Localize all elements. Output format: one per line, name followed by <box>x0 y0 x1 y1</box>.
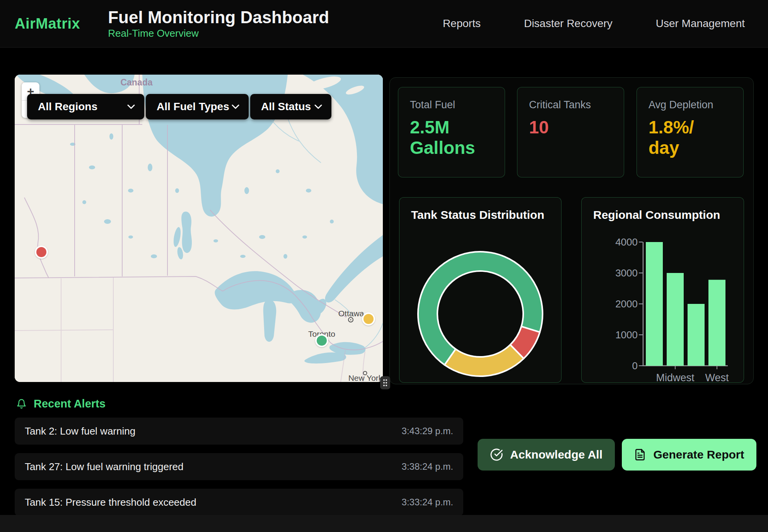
alert-message: Tank 27: Low fuel warning triggered <box>25 461 183 473</box>
x-tick-label: West <box>705 372 729 383</box>
tank-marker-warning[interactable] <box>362 312 375 326</box>
y-tick-label: 4000 <box>615 236 638 248</box>
map-label-country: Canada <box>120 77 152 87</box>
tank-marker-normal[interactable] <box>315 334 328 347</box>
stat-value: 10 <box>529 117 612 138</box>
header-bar: AirMatrix Fuel Monitoring Dashboard Real… <box>0 0 768 48</box>
stat-card-critical-tanks: Critical Tanks 10 <box>517 87 624 177</box>
regional-consumption-bar-chart: 01000200030004000MidwestWest <box>582 232 744 383</box>
y-tick-label: 0 <box>632 360 638 372</box>
alert-row[interactable]: Tank 27: Low fuel warning triggered3:38:… <box>15 453 463 480</box>
alert-message: Tank 2: Low fuel warning <box>25 425 135 437</box>
map-canvas[interactable]: Canada Ottawa Toronto New York <box>15 75 383 382</box>
map-filters: All Regions All Fuel Types All Status <box>27 94 331 119</box>
nav-item-user-management[interactable]: User Management <box>656 17 745 30</box>
bar-series-2 <box>688 304 705 366</box>
map-label-ottawa: Ottawa <box>338 309 364 318</box>
bar-series-0 <box>646 242 663 366</box>
tank-status-chart-card: Tank Status Distribution <box>399 197 561 383</box>
alerts-header: Recent Alerts <box>16 397 106 410</box>
chevron-down-icon <box>232 104 239 109</box>
main-nav: Reports Disaster Recovery User Managemen… <box>443 17 745 30</box>
status-filter-value: All Status <box>261 101 311 113</box>
bar-Midwest <box>667 273 684 366</box>
check-circle-icon <box>490 448 503 461</box>
y-tick-label: 2000 <box>615 298 638 310</box>
status-filter-dropdown[interactable]: All Status <box>250 94 331 119</box>
fuel-type-filter-dropdown[interactable]: All Fuel Types <box>146 94 249 119</box>
y-tick-label: 3000 <box>615 267 638 279</box>
donut-segment-warning <box>445 345 524 376</box>
file-text-icon <box>634 448 646 461</box>
title-block: Fuel Monitoring Dashboard Real-Time Over… <box>108 9 329 38</box>
chevron-down-icon <box>314 104 322 109</box>
brand-logo: AirMatrix <box>15 15 80 32</box>
y-tick-label: 1000 <box>615 329 638 341</box>
dashboard-page: AirMatrix Fuel Monitoring Dashboard Real… <box>0 0 768 532</box>
alert-timestamp: 3:38:24 p.m. <box>402 461 453 472</box>
page-subtitle: Real-Time Overview <box>108 28 329 38</box>
grip-dots-icon <box>382 379 388 387</box>
alert-row[interactable]: Tank 2: Low fuel warning3:43:29 p.m. <box>15 418 463 445</box>
nav-item-disaster-recovery[interactable]: Disaster Recovery <box>524 17 613 30</box>
alert-row[interactable]: Tank 15: Pressure threshold exceeded3:33… <box>15 489 463 516</box>
fuel-type-filter-value: All Fuel Types <box>157 101 229 113</box>
alert-message: Tank 15: Pressure threshold exceeded <box>25 496 196 508</box>
footer-strip <box>0 515 768 532</box>
stat-label: Total Fuel <box>410 99 493 111</box>
map-panel: Canada Ottawa Toronto New York + − All R… <box>15 75 383 382</box>
alert-timestamp: 3:33:24 p.m. <box>402 497 453 508</box>
nav-item-reports[interactable]: Reports <box>443 17 481 30</box>
acknowledge-all-button[interactable]: Acknowledge All <box>478 439 615 471</box>
chart-title: Tank Status Distribution <box>399 198 561 222</box>
region-filter-value: All Regions <box>38 101 97 113</box>
generate-report-button[interactable]: Generate Report <box>622 439 756 471</box>
stat-card-avg-depletion: Avg Depletion 1.8%/day <box>637 87 744 177</box>
stat-value: 1.8%/day <box>649 117 732 158</box>
tank-status-donut-chart <box>399 232 562 383</box>
bar-West <box>708 280 725 366</box>
alert-timestamp: 3:43:29 p.m. <box>402 426 453 437</box>
chevron-down-icon <box>127 104 135 109</box>
region-filter-dropdown[interactable]: All Regions <box>27 94 144 119</box>
x-tick-label: Midwest <box>656 372 695 383</box>
tank-marker-critical[interactable] <box>35 246 48 259</box>
alerts-title: Recent Alerts <box>34 397 106 410</box>
chart-title: Regional Consumption <box>582 198 744 222</box>
resize-drag-handle[interactable] <box>380 376 390 389</box>
bell-icon <box>16 398 27 409</box>
generate-report-label: Generate Report <box>653 448 744 461</box>
stat-label: Critical Tanks <box>529 99 612 111</box>
stat-card-total-fuel: Total Fuel 2.5MGallons <box>398 87 505 177</box>
stat-value: 2.5MGallons <box>410 117 493 158</box>
map-label-new-york: New York <box>348 373 383 382</box>
acknowledge-all-label: Acknowledge All <box>510 448 602 461</box>
regional-consumption-chart-card: Regional Consumption 01000200030004000Mi… <box>581 197 744 383</box>
stat-label: Avg Depletion <box>649 99 732 111</box>
page-title: Fuel Monitoring Dashboard <box>108 9 329 26</box>
